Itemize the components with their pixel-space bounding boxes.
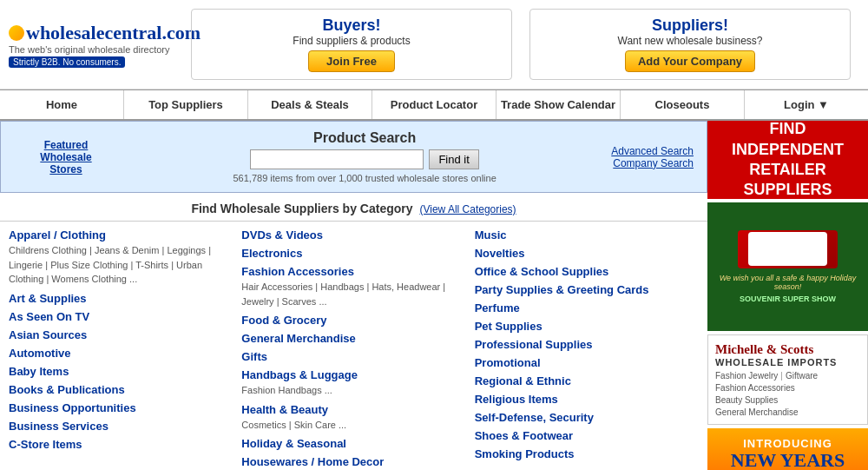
michelle-scotts-ad[interactable]: Michelle & Scotts WHOLESALE IMPORTS Fash…	[707, 334, 868, 425]
page-header: wholesalecentral.com The web's original …	[0, 0, 868, 89]
main-nav: Home Top Suppliers Deals & Steals Produc…	[0, 89, 868, 121]
cat-fashion-subs: Hair Accessories | Handbags | Hats, Head…	[241, 280, 465, 308]
michelle-item-3: Fashion Accessories	[715, 383, 860, 393]
michelle-title: Michelle & Scotts	[715, 342, 860, 357]
cat-automotive[interactable]: Automotive	[9, 347, 233, 360]
cat-self-defense-security[interactable]: Self-Defense, Security	[475, 411, 699, 424]
iges-logo-text: IGES	[748, 232, 827, 266]
cat-regional-ethnic[interactable]: Regional & Ethnic	[475, 374, 699, 387]
sub-scarves[interactable]: Scarves ...	[282, 296, 327, 307]
sub-cosmetics[interactable]: Cosmetics	[241, 420, 286, 430]
nav-product-locator[interactable]: Product Locator	[372, 90, 496, 119]
search-links: Advanced Search Company Search	[611, 145, 694, 169]
featured-stores-anchor[interactable]: FeaturedWholesaleStores	[40, 139, 91, 175]
nav-home[interactable]: Home	[0, 90, 124, 119]
cat-electronics[interactable]: Electronics	[241, 247, 465, 260]
cat-apparel-subs: Childrens Clothing | Jeans & Denim | Leg…	[9, 243, 233, 287]
cat-business-opportunities[interactable]: Business Opportunities	[9, 401, 233, 414]
sub-childrens-clothing[interactable]: Childrens Clothing	[9, 245, 87, 255]
company-search-link[interactable]: Company Search	[611, 157, 694, 169]
cat-business-services[interactable]: Business Services	[9, 420, 233, 433]
sub-tshirts[interactable]: T-Shirts	[135, 260, 168, 270]
cat-books-publications[interactable]: Books & Publications	[9, 383, 233, 396]
find-retailer-ad[interactable]: FIND INDEPENDENT RETAILER SUPPLIERS	[707, 121, 868, 199]
sub-skin-care[interactable]: Skin Care ...	[294, 420, 347, 430]
iges-sub: SOUVENIR SUPER SHOW	[740, 295, 836, 303]
cat-party-supplies[interactable]: Party Supplies & Greeting Cards	[475, 283, 699, 296]
michelle-items: Fashion Jewelry | Giftware Fashion Acces…	[715, 371, 860, 417]
find-button[interactable]: Find it	[429, 149, 478, 169]
new-years-ad[interactable]: INTRODUCING NEW YEARS CONTACT LENSES	[707, 428, 868, 470]
cat-gifts[interactable]: Gifts	[241, 350, 465, 363]
cat-as-seen-on-tv[interactable]: As Seen On TV	[9, 310, 233, 323]
sub-womens-clothing[interactable]: Womens Clothing ...	[51, 274, 137, 284]
advanced-search-link[interactable]: Advanced Search	[611, 145, 694, 157]
logo-tagline: The web's original wholesale directory	[9, 44, 182, 55]
sub-hats-headwear[interactable]: Hats, Headwear	[372, 281, 440, 292]
sub-plus-size[interactable]: Plus Size Clothing	[50, 260, 128, 270]
view-all-categories-link[interactable]: (View All Categories)	[419, 203, 516, 215]
cat-promotional[interactable]: Promotional	[475, 356, 699, 369]
sub-handbags[interactable]: Handbags	[320, 281, 364, 292]
cat-baby-items[interactable]: Baby Items	[9, 365, 233, 378]
sub-leggings[interactable]: Leggings	[167, 245, 206, 255]
new-years-text: NEW YEARS	[716, 450, 859, 470]
cat-professional-supplies[interactable]: Professional Supplies	[475, 338, 699, 351]
sub-fashion-handbags[interactable]: Fashion Handbags ...	[241, 385, 332, 395]
cat-smoking-products[interactable]: Smoking Products	[475, 447, 699, 460]
iges-ad[interactable]: IGES We wish you all a safe & happy Holi…	[707, 202, 868, 331]
cat-religious-items[interactable]: Religious Items	[475, 393, 699, 406]
cat-cstore-items[interactable]: C-Store Items	[9, 438, 233, 451]
categories-title: Find Wholesale Suppliers by Category	[191, 202, 412, 215]
cat-office-school-supplies[interactable]: Office & School Supplies	[475, 265, 699, 278]
logo-area: wholesalecentral.com The web's original …	[9, 22, 182, 68]
michelle-sub: WHOLESALE IMPORTS	[715, 357, 860, 367]
cat-holiday-seasonal[interactable]: Holiday & Seasonal	[241, 437, 465, 450]
buyers-subtitle: Find suppliers & products	[199, 35, 504, 47]
cat-perfume[interactable]: Perfume	[475, 301, 699, 314]
nav-closeouts[interactable]: Closeouts	[621, 90, 745, 119]
search-info: 561,789 items from over 1,000 trusted wh…	[127, 173, 602, 183]
search-section: FeaturedWholesaleStores Product Search F…	[0, 121, 707, 193]
add-company-button[interactable]: Add Your Company	[625, 50, 755, 72]
cat-dvds-videos[interactable]: DVDs & Videos	[241, 228, 465, 242]
nav-top-suppliers[interactable]: Top Suppliers	[124, 90, 248, 119]
suppliers-title: Suppliers!	[537, 17, 843, 35]
cat-housewares-home-decor[interactable]: Housewares / Home Decor	[241, 455, 465, 468]
nav-deals-steals[interactable]: Deals & Steals	[248, 90, 372, 119]
cat-asian-sources[interactable]: Asian Sources	[9, 328, 233, 341]
cat-handbags-luggage[interactable]: Handbags & Luggage	[241, 368, 465, 381]
cat-fashion-accessories[interactable]: Fashion Accessories	[241, 265, 465, 278]
content-area: FeaturedWholesaleStores Product Search F…	[0, 121, 707, 470]
cat-general-merchandise[interactable]: General Merchandise	[241, 332, 465, 345]
cat-shoes-footwear[interactable]: Shoes & Footwear	[475, 429, 699, 442]
suppliers-box: Suppliers! Want new wholesale business? …	[529, 9, 851, 80]
join-free-button[interactable]: Join Free	[308, 50, 395, 72]
sub-jeans-denim[interactable]: Jeans & Denim	[95, 245, 160, 255]
cat-apparel-clothing[interactable]: Apparel / Clothing	[9, 228, 233, 242]
categories-header: Find Wholesale Suppliers by Category (Vi…	[0, 193, 707, 222]
cat-art-supplies[interactable]: Art & Supplies	[9, 292, 233, 305]
sub-lingerie[interactable]: Lingerie	[9, 260, 43, 270]
categories-grid: Apparel / Clothing Childrens Clothing | …	[0, 222, 707, 470]
cat-pet-supplies[interactable]: Pet Supplies	[475, 320, 699, 333]
cat-music[interactable]: Music	[475, 228, 699, 242]
product-search-label: Product Search	[313, 130, 416, 145]
michelle-item-1: Fashion Jewelry	[715, 371, 778, 381]
featured-stores-link[interactable]: FeaturedWholesaleStores	[14, 139, 118, 175]
main-area: FeaturedWholesaleStores Product Search F…	[0, 121, 868, 470]
sub-jewelry[interactable]: Jewelry	[241, 296, 273, 307]
cat-novelties[interactable]: Novelties	[475, 247, 699, 260]
cat-food-grocery[interactable]: Food & Grocery	[241, 314, 465, 327]
search-row: Find it	[127, 149, 602, 169]
new-years-introducing: INTRODUCING	[716, 437, 859, 450]
nav-trade-show[interactable]: Trade Show Calendar	[496, 90, 621, 119]
nav-login[interactable]: Login ▼	[745, 90, 868, 119]
search-input[interactable]	[250, 149, 424, 169]
divider-1: |	[780, 371, 783, 381]
cat-health-beauty[interactable]: Health & Beauty	[241, 403, 465, 416]
logo[interactable]: wholesalecentral.com The web's original …	[9, 22, 182, 68]
michelle-item-2: Giftware	[786, 371, 818, 381]
iges-tagline: We wish you all a safe & happy Holiday s…	[707, 274, 868, 291]
sub-hair-accessories[interactable]: Hair Accessories	[241, 281, 312, 292]
